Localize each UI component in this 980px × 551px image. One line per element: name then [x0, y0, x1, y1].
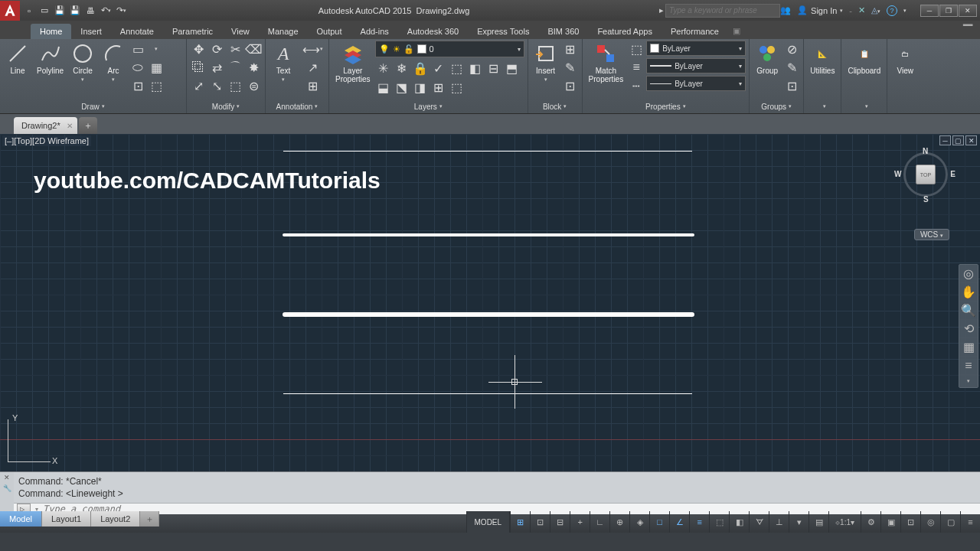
layer-b-icon[interactable]: ⬔: [394, 79, 410, 96]
utilities-tool[interactable]: 📐Utilities: [807, 41, 838, 77]
qa-undo-icon[interactable]: ↶▾: [99, 4, 113, 18]
viewport-controls-label[interactable]: [–][Top][2D Wireframe]: [2, 135, 91, 146]
layer-c-icon[interactable]: ◨: [412, 79, 429, 96]
viewcube-top-face[interactable]: TOP: [916, 165, 936, 184]
stayconnected-icon[interactable]: ◬▾: [871, 5, 880, 15]
nav-zoom-icon[interactable]: 🔍: [959, 302, 978, 320]
polar-toggle-icon[interactable]: ⊕: [609, 511, 629, 533]
qa-redo-icon[interactable]: ↷▾: [114, 4, 128, 18]
dimension-icon[interactable]: ⟷▾: [299, 41, 325, 57]
arc-tool[interactable]: Arc▾: [99, 41, 128, 84]
file-tab-drawing2[interactable]: Drawing2*✕: [14, 117, 77, 134]
anno-scale[interactable]: ⟐ 1:1 ▾: [828, 511, 861, 533]
line-tool[interactable]: Line: [3, 41, 32, 77]
text-tool[interactable]: A Text▾: [269, 41, 298, 84]
viewcube[interactable]: TOP N S W E: [899, 148, 952, 201]
layer-off-icon[interactable]: ✳: [375, 60, 392, 77]
ribbon-minimize-icon[interactable]: ▔: [963, 24, 972, 39]
transparency-icon[interactable]: ⬚: [709, 511, 729, 533]
circle-tool[interactable]: Circle▾: [68, 41, 97, 84]
ucs-icon[interactable]: Y X: [8, 416, 54, 462]
tab-output[interactable]: Output: [308, 24, 351, 39]
viewcube-s[interactable]: S: [923, 195, 929, 204]
layout-tab-layout2[interactable]: Layout2: [91, 511, 140, 527]
nav-wheel-icon[interactable]: ◎: [959, 265, 978, 283]
nav-showmotion-icon[interactable]: ▦: [959, 338, 978, 357]
erase-icon[interactable]: ⌫: [245, 41, 262, 57]
layer-iso-icon[interactable]: ◧: [467, 60, 484, 77]
model-space-badge[interactable]: MODEL: [466, 511, 511, 533]
tab-bim360[interactable]: BIM 360: [538, 24, 588, 39]
group-select-icon[interactable]: ⊡: [783, 77, 800, 94]
table-icon[interactable]: ⊞: [299, 77, 325, 94]
snap-toggle-icon[interactable]: ⊡: [530, 511, 550, 533]
layer-freeze-icon[interactable]: ❄: [394, 60, 410, 77]
dynamic-input-icon[interactable]: +: [570, 511, 590, 533]
color-preview-icon[interactable]: ⬚: [628, 41, 645, 57]
vp-maximize-icon[interactable]: ▢: [952, 135, 964, 145]
workspace-switch-icon[interactable]: ⚙: [861, 511, 880, 533]
point-icon[interactable]: ⊡: [129, 77, 146, 94]
tab-addins[interactable]: Add-ins: [351, 24, 398, 39]
infocenter-icon[interactable]: 👥: [780, 5, 791, 15]
move-icon[interactable]: ✥: [190, 41, 207, 57]
rectangle-icon[interactable]: ▭: [129, 41, 146, 57]
drawn-line-3[interactable]: [283, 312, 694, 317]
selection-cycle-icon[interactable]: ◧: [729, 511, 749, 533]
vp-close-icon[interactable]: ✕: [965, 135, 977, 145]
lineweight-dropdown[interactable]: ByLayer▾: [646, 58, 746, 73]
copy-icon[interactable]: ⿻: [190, 59, 207, 76]
fillet-icon[interactable]: ⌒: [227, 59, 243, 76]
close-button[interactable]: ✕: [959, 5, 977, 17]
help-search-input[interactable]: [665, 4, 780, 18]
minimize-button[interactable]: ─: [920, 5, 939, 17]
nav-pan-icon[interactable]: ✋: [959, 283, 978, 302]
match-properties-tool[interactable]: Match Properties: [586, 41, 627, 85]
layout-tab-layout1[interactable]: Layout1: [42, 511, 91, 527]
infer-toggle-icon[interactable]: ⊟: [550, 511, 570, 533]
layout-tab-model[interactable]: Model: [0, 511, 42, 527]
close-tab-icon[interactable]: ✕: [67, 122, 73, 130]
3dosnap-icon[interactable]: ᗊ: [749, 511, 769, 533]
customize-status-icon[interactable]: ≡: [960, 511, 980, 533]
layer-d-icon[interactable]: ⊞: [430, 79, 447, 96]
lwt-toggle-icon[interactable]: ≡: [689, 511, 709, 533]
tab-autodesk360[interactable]: Autodesk 360: [398, 24, 468, 39]
ungroup-icon[interactable]: ⊘: [783, 41, 800, 57]
drawing-viewport[interactable]: [–][Top][2D Wireframe] youtube.com/CADCA…: [0, 134, 980, 471]
layer-dropdown[interactable]: 💡 ☀ 🔓 0 ▾: [375, 41, 524, 57]
hatch-icon[interactable]: ▦: [148, 59, 165, 76]
layer-e-icon[interactable]: ⬚: [449, 79, 466, 96]
nav-more-icon[interactable]: ≡: [959, 357, 978, 375]
edit-block-icon[interactable]: ✎: [562, 59, 579, 76]
otrack-toggle-icon[interactable]: ∠: [669, 511, 689, 533]
grid-toggle-icon[interactable]: ⊞: [510, 511, 530, 533]
tab-parametric[interactable]: Parametric: [163, 24, 222, 39]
ortho-toggle-icon[interactable]: ∟: [590, 511, 609, 533]
polyline-tool[interactable]: Polyline: [34, 41, 67, 77]
tab-expresstools[interactable]: Express Tools: [468, 24, 538, 39]
gizmo-icon[interactable]: ▤: [808, 511, 828, 533]
layer-lock2-icon[interactable]: 🔒: [412, 60, 429, 77]
lineweight-preview-icon[interactable]: ≡: [628, 59, 645, 76]
insert-tool[interactable]: Insert▾: [531, 41, 560, 84]
layer-state-icon[interactable]: ⊟: [485, 60, 502, 77]
stretch-icon[interactable]: ⤢: [190, 77, 207, 94]
anno-monitor-icon[interactable]: ▣: [880, 511, 900, 533]
linetype-dropdown[interactable]: ByLayer▾: [646, 76, 746, 91]
group-tool[interactable]: Group: [753, 41, 782, 77]
cmd-close-icon[interactable]: ✕: [4, 474, 10, 481]
autocad-logo-icon[interactable]: [0, 1, 20, 21]
cmd-customize-icon[interactable]: 🔧: [3, 484, 11, 492]
view-tool[interactable]: 🗀View: [890, 41, 920, 77]
nav-orbit-icon[interactable]: ⟲: [959, 320, 978, 338]
search-arrow-icon[interactable]: ▸: [659, 5, 664, 15]
region-icon[interactable]: ⬚: [148, 77, 165, 94]
vp-minimize-icon[interactable]: ─: [939, 135, 951, 145]
tab-focus-icon[interactable]: ▣: [728, 23, 745, 39]
rotate-icon[interactable]: ⟳: [208, 41, 225, 57]
clipboard-tool[interactable]: 📋Clipboard: [844, 41, 884, 77]
new-tab-button[interactable]: ＋: [79, 117, 97, 134]
offset-icon[interactable]: ⊜: [245, 77, 262, 94]
ellipse-icon[interactable]: ⬭: [129, 59, 146, 76]
